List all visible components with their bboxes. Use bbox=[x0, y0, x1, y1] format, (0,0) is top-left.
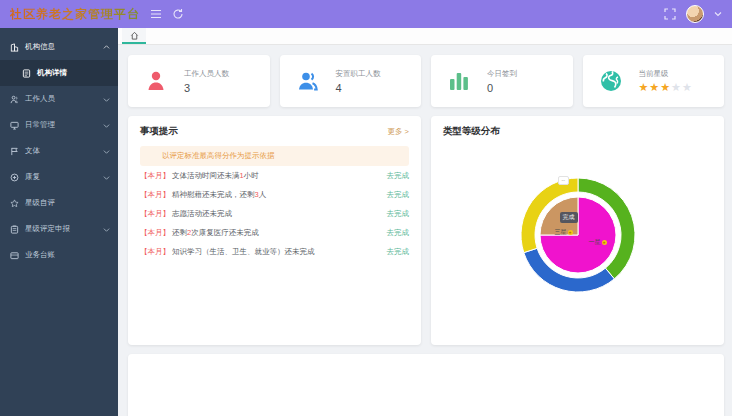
reminder-row: 【本月】精神慰藉还未完成，还剩 3 人 去完成 bbox=[140, 185, 409, 204]
card-label: 今日签到 bbox=[487, 69, 517, 79]
card-value: 0 bbox=[487, 82, 517, 94]
chart-tooltip-badge: 完成 bbox=[560, 212, 578, 223]
chart-callout-label: -- bbox=[558, 176, 569, 185]
notice-banner: 以评定标准最高得分作为提示依据 bbox=[140, 146, 409, 166]
go-complete-link[interactable]: 去完成 bbox=[387, 247, 410, 257]
star-icon bbox=[10, 199, 19, 208]
row-text: 文体活动时间还未满 bbox=[172, 171, 240, 181]
sidebar-item-star-rating-apply[interactable]: 星级评定申报 bbox=[0, 216, 118, 242]
star-dot-icon: ★ bbox=[602, 240, 607, 245]
dashboard-content: 工作人员人数 3 安置职工人数 4 bbox=[118, 45, 732, 416]
sidebar-item-star-self-eval[interactable]: 星级自评 bbox=[0, 190, 118, 216]
ledger-icon bbox=[10, 251, 19, 260]
card-value: 3 bbox=[184, 82, 229, 94]
chart-slice-label: 一星★ bbox=[589, 238, 607, 247]
card-current-star-level: 当前星级 ★★★★★ bbox=[583, 55, 725, 107]
sidebar-item-org-detail[interactable]: 机构详情 bbox=[0, 60, 118, 86]
panel-title: 事项提示 bbox=[140, 125, 178, 138]
sidebar: 机构信息 机构详情 工作人员 日常管理 bbox=[0, 28, 118, 416]
bottom-panel bbox=[128, 354, 724, 416]
more-link[interactable]: 更多 > bbox=[388, 127, 409, 137]
sidebar-item-label: 星级自评 bbox=[25, 198, 55, 208]
building-icon bbox=[10, 43, 19, 52]
chevron-down-icon bbox=[103, 96, 110, 103]
sidebar-item-label: 星级评定申报 bbox=[25, 224, 70, 234]
bar-chart-icon bbox=[447, 69, 471, 93]
flag-icon bbox=[10, 147, 19, 156]
row-text: 次康复医疗还未完成 bbox=[191, 228, 259, 238]
sidebar-item-label: 日常管理 bbox=[25, 120, 55, 130]
avatar[interactable] bbox=[686, 5, 704, 23]
row-text: 小时 bbox=[244, 171, 259, 181]
people-icon bbox=[296, 69, 320, 93]
document-icon bbox=[22, 69, 31, 78]
sidebar-item-org-info[interactable]: 机构信息 bbox=[0, 34, 118, 60]
panel-title: 类型等级分布 bbox=[443, 125, 500, 138]
sidebar-item-business-ledger[interactable]: 业务台账 bbox=[0, 242, 118, 268]
card-label: 当前星级 bbox=[639, 69, 693, 79]
card-today-checkin: 今日签到 0 bbox=[431, 55, 573, 107]
chevron-down-icon bbox=[103, 148, 110, 155]
card-placed-workers: 安置职工人数 4 bbox=[280, 55, 422, 107]
row-text: 还剩 bbox=[172, 228, 187, 238]
top-header: 社区养老之家管理平台 bbox=[0, 0, 732, 28]
sidebar-item-label: 文体 bbox=[25, 146, 40, 156]
row-text: 精神慰藉还未完成，还剩 bbox=[172, 190, 255, 200]
star-rating: ★★★★★ bbox=[639, 82, 693, 93]
sidebar-item-rehab[interactable]: 康复 bbox=[0, 164, 118, 190]
card-value: 4 bbox=[336, 82, 381, 94]
sunburst-chart: -- 完成 三星★ 一星★ bbox=[503, 160, 653, 310]
clipboard-icon bbox=[10, 225, 19, 234]
reminder-row: 【本月】文体活动时间还未满 1 小时 去完成 bbox=[140, 166, 409, 185]
sidebar-item-label: 康复 bbox=[25, 172, 40, 182]
chevron-down-icon bbox=[103, 226, 110, 233]
card-label: 安置职工人数 bbox=[336, 69, 381, 79]
go-complete-link[interactable]: 去完成 bbox=[387, 171, 410, 181]
home-icon bbox=[130, 31, 139, 40]
menu-fold-icon[interactable] bbox=[150, 8, 162, 20]
type-level-distribution-panel: 类型等级分布 -- 完成 三星★ 一星★ bbox=[431, 116, 724, 345]
caret-down-icon[interactable] bbox=[714, 10, 722, 18]
sidebar-item-daily-mgmt[interactable]: 日常管理 bbox=[0, 112, 118, 138]
app-title: 社区养老之家管理平台 bbox=[10, 6, 140, 23]
go-complete-link[interactable]: 去完成 bbox=[387, 209, 410, 219]
reminders-panel: 事项提示 更多 > 以评定标准最高得分作为提示依据 【本月】文体活动时间还未满 … bbox=[128, 116, 421, 345]
row-tag: 【本月】 bbox=[140, 228, 170, 238]
sidebar-item-label: 机构信息 bbox=[25, 42, 55, 52]
reminder-row: 【本月】还剩 2 次康复医疗还未完成 去完成 bbox=[140, 223, 409, 242]
stars-inactive: ★★ bbox=[671, 81, 693, 93]
chevron-down-icon bbox=[103, 174, 110, 181]
card-label: 工作人员人数 bbox=[184, 69, 229, 79]
sidebar-item-label: 工作人员 bbox=[25, 94, 55, 104]
health-icon bbox=[10, 173, 19, 182]
reminder-row: 【本月】知识学习（生活、卫生、就业等）还未完成 去完成 bbox=[140, 242, 409, 261]
people-icon bbox=[10, 95, 19, 104]
globe-icon bbox=[599, 69, 623, 93]
sidebar-subitem-label: 机构详情 bbox=[37, 68, 67, 78]
person-icon bbox=[144, 69, 168, 93]
pie-chart-svg bbox=[503, 160, 653, 310]
sidebar-item-culture[interactable]: 文体 bbox=[0, 138, 118, 164]
refresh-icon[interactable] bbox=[172, 8, 184, 20]
sidebar-item-label: 业务台账 bbox=[25, 250, 55, 260]
row-tag: 【本月】 bbox=[140, 171, 170, 181]
go-complete-link[interactable]: 去完成 bbox=[387, 190, 410, 200]
fullscreen-icon[interactable] bbox=[664, 8, 676, 20]
row-tag: 【本月】 bbox=[140, 247, 170, 257]
star-dot-icon: ★ bbox=[568, 230, 573, 235]
sidebar-item-staff[interactable]: 工作人员 bbox=[0, 86, 118, 112]
stat-cards: 工作人员人数 3 安置职工人数 4 bbox=[128, 55, 724, 107]
row-text: 人 bbox=[259, 190, 267, 200]
row-tag: 【本月】 bbox=[140, 209, 170, 219]
tab-home[interactable] bbox=[122, 28, 146, 44]
chevron-down-icon bbox=[103, 122, 110, 129]
row-text: 知识学习（生活、卫生、就业等）还未完成 bbox=[172, 247, 315, 257]
chart-slice-label: 三星★ bbox=[555, 228, 573, 237]
row-tag: 【本月】 bbox=[140, 190, 170, 200]
reminder-row: 【本月】志愿活动还未完成 去完成 bbox=[140, 204, 409, 223]
tab-bar bbox=[118, 28, 732, 45]
go-complete-link[interactable]: 去完成 bbox=[387, 228, 410, 238]
monitor-icon bbox=[10, 121, 19, 130]
card-staff-count: 工作人员人数 3 bbox=[128, 55, 270, 107]
stars-active: ★★★ bbox=[639, 81, 672, 93]
